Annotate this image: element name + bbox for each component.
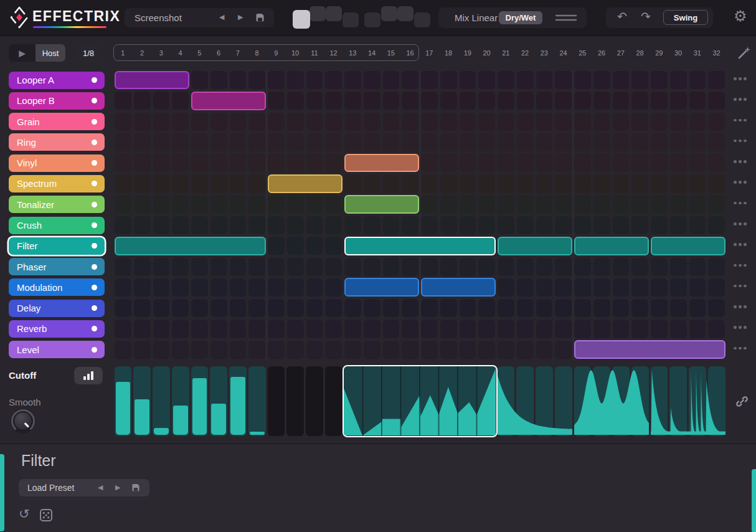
grid-cell[interactable]	[134, 174, 151, 192]
grid-cell[interactable]	[191, 341, 208, 359]
grid-cell[interactable]	[708, 196, 725, 214]
event-block-vinyl[interactable]	[344, 154, 419, 173]
grid-cell[interactable]	[153, 258, 170, 276]
grid-cell[interactable]	[325, 133, 342, 151]
grid-cell[interactable]	[631, 174, 648, 192]
grid-cell[interactable]	[210, 71, 227, 89]
grid-cell[interactable]	[210, 154, 227, 172]
grid-cell[interactable]	[172, 92, 189, 110]
grid-cell[interactable]	[172, 278, 189, 297]
grid-cell[interactable]	[364, 71, 380, 89]
grid-cell[interactable]	[440, 154, 457, 172]
grid-cell[interactable]	[478, 299, 495, 317]
grid-cell[interactable]	[574, 92, 591, 110]
step-number-27[interactable]: 27	[612, 45, 631, 61]
grid-cell[interactable]	[440, 320, 457, 338]
grid-cell[interactable]	[613, 278, 630, 297]
grid-cell[interactable]	[574, 216, 591, 234]
grid-cell[interactable]	[134, 133, 151, 151]
grid-cell[interactable]	[651, 320, 668, 338]
grid-cell[interactable]	[613, 92, 630, 110]
grid-cell[interactable]	[478, 258, 495, 276]
grid-cell[interactable]	[287, 196, 304, 214]
grid-cell[interactable]	[593, 320, 610, 338]
grid-cell[interactable]	[574, 278, 591, 297]
grid-cell[interactable]	[517, 71, 534, 89]
track-button-looper-b[interactable]: Looper B	[9, 92, 105, 110]
grid-cell[interactable]	[421, 71, 438, 89]
grid-cell[interactable]	[613, 71, 630, 89]
grid-cell[interactable]	[574, 320, 591, 338]
grid-cell[interactable]	[306, 154, 323, 172]
grid-cell[interactable]	[708, 154, 725, 172]
grid-cell[interactable]	[555, 320, 572, 338]
grid-cell[interactable]	[191, 154, 208, 172]
grid-cell[interactable]	[460, 320, 476, 338]
step-number-16[interactable]: 16	[400, 45, 420, 61]
row-options-menu[interactable]	[734, 243, 747, 246]
mix-curve-icon[interactable]	[555, 14, 577, 22]
grid-cell[interactable]	[344, 341, 361, 359]
grid-cell[interactable]	[153, 133, 170, 151]
track-enable-dot[interactable]	[92, 140, 97, 145]
track-button-phaser[interactable]: Phaser	[9, 258, 105, 275]
step-number-26[interactable]: 26	[592, 45, 612, 61]
grid-cell[interactable]	[613, 196, 630, 214]
grid-cell[interactable]	[555, 174, 572, 192]
grid-cell[interactable]	[689, 113, 706, 131]
grid-cell[interactable]	[383, 113, 400, 131]
grid-cell[interactable]	[172, 258, 189, 276]
grid-cell[interactable]	[364, 92, 380, 110]
grid-cell[interactable]	[268, 92, 285, 110]
grid-cell[interactable]	[574, 113, 591, 131]
grid-cell[interactable]	[689, 299, 706, 317]
value-cell[interactable]	[325, 366, 343, 436]
grid-cell[interactable]	[172, 320, 189, 338]
grid-cell[interactable]	[555, 92, 572, 110]
grid-cell[interactable]	[153, 174, 170, 192]
grid-cell[interactable]	[268, 216, 285, 234]
grid-cell[interactable]	[651, 216, 668, 234]
track-enable-dot[interactable]	[92, 285, 97, 290]
grid-cell[interactable]	[134, 196, 151, 214]
grid-cell[interactable]	[115, 320, 131, 338]
grid-cell[interactable]	[708, 258, 725, 276]
grid-cell[interactable]	[651, 196, 668, 214]
row-options-menu[interactable]	[734, 140, 747, 143]
grid-cell[interactable]	[230, 278, 247, 297]
grid-cell[interactable]	[134, 154, 151, 172]
grid-cell[interactable]	[287, 299, 304, 317]
grid-cell[interactable]	[478, 71, 495, 89]
dry-wet-toggle[interactable]: Dry/Wet	[499, 11, 542, 24]
grid-cell[interactable]	[593, 113, 610, 131]
track-button-tonalizer[interactable]: Tonalizer	[9, 196, 105, 213]
grid-cell[interactable]	[268, 154, 285, 172]
grid-cell[interactable]	[536, 92, 553, 110]
grid-cell[interactable]	[230, 299, 247, 317]
grid-cell[interactable]	[115, 216, 131, 234]
value-cell[interactable]	[498, 366, 515, 436]
grid-cell[interactable]	[287, 71, 304, 89]
grid-cell[interactable]	[536, 320, 553, 338]
grid-cell[interactable]	[517, 133, 534, 151]
grid-cell[interactable]	[460, 196, 476, 214]
pattern-slot-2[interactable]	[309, 6, 326, 21]
event-block-modulation[interactable]	[344, 278, 419, 297]
track-enable-dot[interactable]	[92, 305, 97, 311]
pattern-slot-7[interactable]	[397, 6, 413, 21]
grid-cell[interactable]	[613, 154, 630, 172]
value-lane[interactable]	[113, 366, 726, 436]
step-number-28[interactable]: 28	[630, 45, 650, 61]
grid-cell[interactable]	[631, 196, 648, 214]
row-options-menu[interactable]	[734, 222, 747, 226]
row-options-menu[interactable]	[734, 264, 747, 267]
grid-cell[interactable]	[670, 113, 687, 131]
grid-cell[interactable]	[536, 299, 553, 317]
track-button-looper-a[interactable]: Looper A	[9, 72, 105, 89]
value-cell[interactable]	[210, 366, 227, 436]
grid-cell[interactable]	[631, 113, 648, 131]
grid-cell[interactable]	[574, 71, 591, 89]
grid-cell[interactable]	[191, 196, 208, 214]
grid-cell[interactable]	[344, 299, 361, 317]
grid-cell[interactable]	[248, 133, 265, 151]
